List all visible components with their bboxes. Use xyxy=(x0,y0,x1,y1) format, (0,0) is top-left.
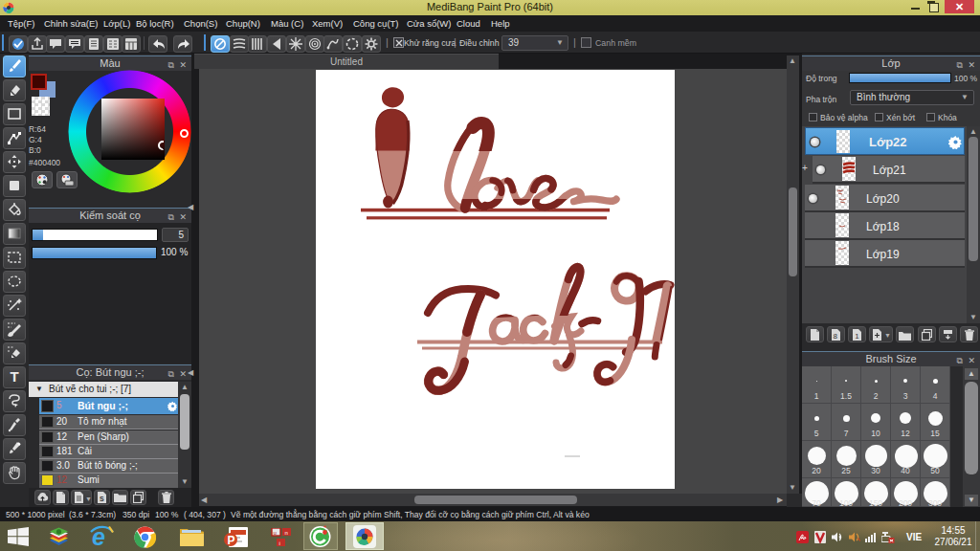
svg-text:i lv: i lv xyxy=(837,188,842,193)
svg-text:8: 8 xyxy=(834,332,838,341)
svg-text:1: 1 xyxy=(855,332,859,341)
svg-text:S: S xyxy=(100,496,104,502)
svg-text:n: n xyxy=(285,530,288,536)
svg-text:i: i xyxy=(279,540,280,546)
svg-text:P: P xyxy=(227,534,234,547)
svg-text:u: u xyxy=(274,530,277,536)
